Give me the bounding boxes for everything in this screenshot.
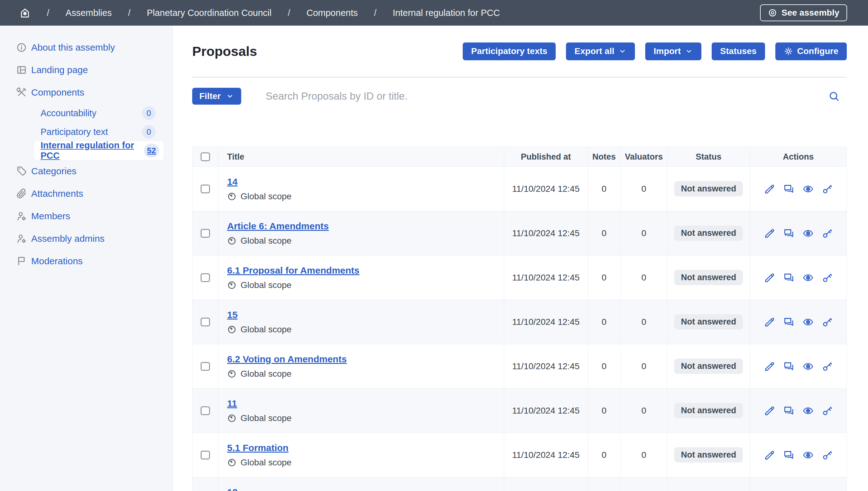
select-all-checkbox[interactable]: [200, 152, 210, 161]
preview-eye-icon[interactable]: [803, 228, 814, 239]
row-checkbox[interactable]: [200, 451, 210, 459]
permissions-key-icon[interactable]: [822, 405, 833, 416]
sidebar-item-moderations[interactable]: Moderations: [0, 250, 173, 272]
permissions-key-icon[interactable]: [822, 272, 833, 283]
preview-eye-icon[interactable]: [803, 405, 814, 416]
row-checkbox[interactable]: [200, 406, 210, 415]
chevron-down-icon: [618, 47, 626, 55]
filter-button[interactable]: Filter: [192, 88, 241, 105]
answer-chat-icon[interactable]: [783, 450, 794, 461]
answer-chat-icon[interactable]: [783, 272, 794, 283]
preview-eye-icon[interactable]: [803, 450, 814, 461]
main-content: Proposals Participatory texts Export all…: [173, 26, 868, 491]
sidebar-item-internal-regulation[interactable]: Internal regulation for PCC 52: [34, 141, 163, 160]
sidebar-item-assembly-admins[interactable]: Assembly admins: [0, 227, 173, 250]
see-assembly-icon: [768, 8, 777, 18]
preview-eye-icon[interactable]: [803, 272, 814, 283]
answer-chat-icon[interactable]: [783, 183, 794, 195]
row-actions: [764, 361, 833, 372]
proposal-scope: Global scope: [227, 236, 291, 246]
breadcrumb-components[interactable]: Components: [306, 8, 358, 18]
edit-pencil-icon[interactable]: [764, 316, 775, 328]
edit-pencil-icon[interactable]: [764, 361, 775, 372]
scope-label: Global scope: [241, 324, 291, 335]
permissions-key-icon[interactable]: [822, 450, 833, 461]
proposal-title-link[interactable]: 6.2 Voting on Amendments: [227, 354, 347, 365]
preview-eye-icon[interactable]: [803, 183, 814, 195]
proposal-title-link[interactable]: Article 6: Amendments: [227, 221, 329, 231]
row-checkbox[interactable]: [200, 362, 210, 371]
see-assembly-button[interactable]: See assembly: [760, 4, 847, 21]
preview-eye-icon[interactable]: [803, 316, 814, 328]
answer-chat-icon[interactable]: [783, 316, 794, 328]
permissions-key-icon[interactable]: [822, 228, 833, 239]
sidebar-item-label: Accountability: [40, 108, 142, 118]
sidebar-item-label: Moderations: [31, 256, 83, 266]
table-row: 12 Global scope 11/10/2024 12:45 0 0 Not: [192, 477, 847, 491]
sidebar-item-accountability[interactable]: Accountability 0: [0, 104, 173, 122]
global-scope-icon: [227, 192, 237, 201]
breadcrumb-assembly-name[interactable]: Planetary Coordination Council: [147, 8, 272, 18]
table-row: 15 Global scope 11/10/2024 12:45 0 0 Not: [192, 300, 847, 344]
proposal-title-link[interactable]: 12: [227, 487, 238, 491]
permissions-key-icon[interactable]: [822, 316, 833, 328]
proposal-scope: Global scope: [227, 192, 291, 201]
sidebar-item-label: Members: [31, 211, 70, 222]
sidebar-item-participatory-text[interactable]: Participatory text 0: [0, 122, 173, 141]
proposal-title-link[interactable]: 11: [227, 398, 237, 409]
column-header-published-at: Published at: [504, 147, 588, 167]
sidebar-item-label: Components: [31, 87, 84, 98]
chevron-down-icon: [685, 47, 693, 55]
proposal-title-link[interactable]: 14: [227, 176, 238, 187]
notes-count: 0: [601, 273, 607, 283]
sidebar-item-label: Assembly admins: [31, 233, 104, 244]
table-row: 5.1 Formation Global scope 11/10/2024 12…: [192, 433, 847, 477]
export-all-button[interactable]: Export all: [566, 42, 635, 60]
sidebar-item-attachments[interactable]: Attachments: [0, 182, 173, 205]
global-scope-icon: [227, 325, 237, 334]
status-badge: Not answered: [674, 358, 743, 374]
sidebar-item-landing-page[interactable]: Landing page: [0, 59, 173, 81]
home-icon[interactable]: [19, 7, 31, 19]
permissions-key-icon[interactable]: [822, 361, 833, 372]
notes-count: 0: [601, 184, 607, 194]
breadcrumb-assemblies[interactable]: Assemblies: [65, 8, 112, 18]
row-checkbox[interactable]: [200, 273, 210, 282]
row-checkbox[interactable]: [200, 318, 210, 326]
edit-pencil-icon[interactable]: [764, 272, 775, 283]
edit-pencil-icon[interactable]: [764, 450, 775, 461]
search-icon[interactable]: [828, 90, 840, 102]
sidebar-item-label: Categories: [31, 166, 76, 176]
participatory-texts-button[interactable]: Participatory texts: [463, 42, 556, 60]
statuses-button[interactable]: Statuses: [712, 42, 765, 60]
sidebar-item-about[interactable]: About this assembly: [0, 36, 173, 59]
edit-pencil-icon[interactable]: [764, 228, 775, 239]
permissions-key-icon[interactable]: [822, 183, 833, 195]
published-at-value: 11/10/2024 12:45: [512, 184, 580, 194]
edit-pencil-icon[interactable]: [764, 183, 775, 195]
answer-chat-icon[interactable]: [783, 361, 794, 372]
edit-pencil-icon[interactable]: [764, 405, 775, 416]
button-label: Export all: [575, 46, 614, 56]
proposal-title-link[interactable]: 6.1 Proposal for Amendments: [227, 265, 360, 276]
column-header-actions: Actions: [750, 147, 847, 167]
sidebar-item-components[interactable]: Components: [0, 81, 173, 104]
sidebar-item-categories[interactable]: Categories: [0, 160, 173, 182]
preview-eye-icon[interactable]: [803, 361, 814, 372]
search-input[interactable]: [266, 90, 819, 102]
published-at-value: 11/10/2024 12:45: [512, 317, 580, 327]
chevron-down-icon: [226, 92, 234, 100]
import-button[interactable]: Import: [645, 42, 702, 60]
notes-count: 0: [601, 450, 607, 460]
sidebar-item-members[interactable]: Members: [0, 205, 173, 227]
proposal-title-link[interactable]: 15: [227, 310, 238, 320]
notes-count: 0: [601, 362, 607, 371]
configure-button[interactable]: Configure: [775, 42, 847, 60]
row-checkbox[interactable]: [200, 184, 210, 193]
row-checkbox[interactable]: [200, 229, 210, 238]
answer-chat-icon[interactable]: [783, 228, 794, 239]
answer-chat-icon[interactable]: [783, 405, 794, 416]
proposal-scope: Global scope: [227, 369, 291, 379]
scope-label: Global scope: [241, 192, 291, 201]
proposal-title-link[interactable]: 5.1 Formation: [227, 442, 289, 453]
